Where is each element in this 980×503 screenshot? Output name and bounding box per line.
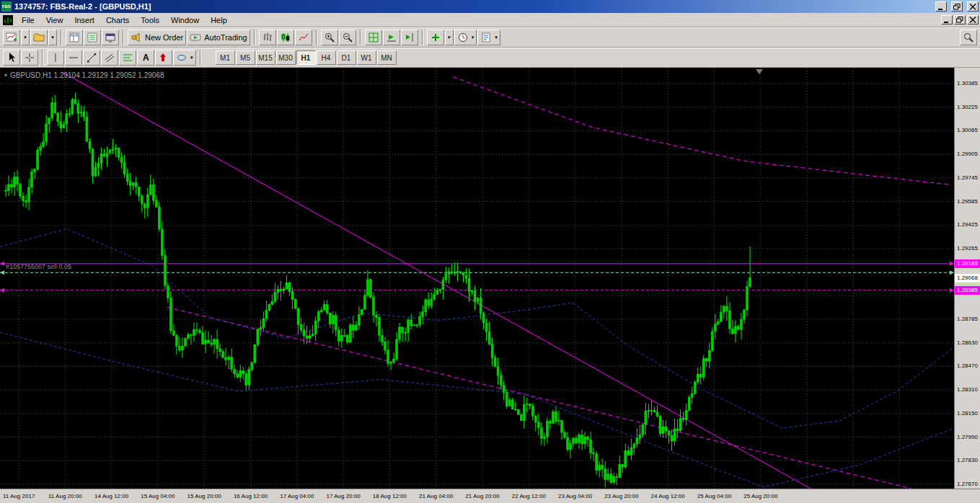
price-axis-label: 1.30065 <box>957 127 978 133</box>
price-tag: 1.29165 <box>955 259 980 268</box>
minimize-button[interactable] <box>935 1 947 12</box>
timeframe-button-h4[interactable]: H4 <box>317 50 336 65</box>
templates-button[interactable]: ▾ <box>477 30 500 45</box>
chevron-down-icon: ▾ <box>24 35 27 40</box>
shapes-button[interactable]: ▾ <box>173 50 196 66</box>
price-axis-label: 1.29585 <box>957 198 978 205</box>
price-axis-label: 1.28150 <box>957 410 978 417</box>
zoom-in-icon <box>324 32 335 43</box>
toolbar-standard: ▾ ▾ New Order AutoTrading <box>0 27 980 48</box>
price-tag: 1.28985 <box>955 286 980 295</box>
candlestick-chart-icon <box>280 32 291 43</box>
menu-item-help[interactable]: Help <box>205 14 233 27</box>
bar-chart-button[interactable] <box>259 30 276 45</box>
new-chart-dropdown[interactable]: ▾ <box>21 30 30 45</box>
price-axis-label: 1.30225 <box>957 104 978 110</box>
search-button[interactable] <box>960 30 977 45</box>
time-axis-label: 18 Aug 12:00 <box>373 493 407 499</box>
zoom-in-button[interactable] <box>321 30 338 45</box>
time-axis-label: 25 Aug 04:00 <box>697 493 731 499</box>
bar-chart-icon <box>262 32 273 43</box>
timeframe-button-m1[interactable]: M1 <box>216 50 235 65</box>
channel-button[interactable] <box>101 50 118 66</box>
channel-icon <box>104 52 115 63</box>
menu-item-charts[interactable]: Charts <box>100 14 135 27</box>
timeframe-button-mn[interactable]: MN <box>377 50 397 65</box>
fibonacci-button[interactable] <box>119 50 136 66</box>
profiles-dropdown[interactable]: ▾ <box>48 30 57 45</box>
price-axis-label: 1.27830 <box>957 457 978 463</box>
auto-scroll-button[interactable] <box>383 30 400 45</box>
templates-icon <box>480 32 492 43</box>
cursor-button[interactable] <box>3 50 20 66</box>
price-axis-label: 1.29425 <box>957 221 978 228</box>
toolbar-line-studies: A ▾ M1M5M15M30H1H4D1W1MN <box>0 48 980 68</box>
terminal-button[interactable] <box>102 30 119 45</box>
line-chart-icon <box>298 32 309 43</box>
cursor-arrow-icon <box>6 52 17 63</box>
indicators-dropdown[interactable]: ▾ <box>445 30 454 45</box>
new-order-horn-icon <box>131 32 142 43</box>
time-axis-label: 22 Aug 12:00 <box>512 493 546 499</box>
market-watch-button[interactable] <box>66 30 83 45</box>
autotrading-button[interactable]: AutoTrading <box>187 30 250 45</box>
child-close-button[interactable] <box>967 15 979 25</box>
autotrading-icon <box>190 32 201 43</box>
svg-text:A: A <box>143 53 149 63</box>
price-axis-label: 1.28785 <box>957 316 978 322</box>
new-order-button[interactable]: New Order <box>128 30 186 45</box>
chart-window-icon <box>3 15 13 25</box>
subwindow-collapse-icon[interactable]: ▾ <box>4 72 7 79</box>
menu-item-insert[interactable]: Insert <box>69 14 100 27</box>
menu-item-tools[interactable]: Tools <box>135 14 165 27</box>
price-scale[interactable]: 1.303851.302251.300651.299051.297451.295… <box>954 68 980 489</box>
timeframe-button-w1[interactable]: W1 <box>357 50 376 65</box>
candlestick-chart-plot[interactable] <box>0 68 954 489</box>
time-axis-label: 17 Aug 20:00 <box>327 493 361 499</box>
price-axis-label: 1.28470 <box>957 362 978 369</box>
navigator-button[interactable] <box>84 30 101 45</box>
price-axis-label: 1.28630 <box>957 339 978 346</box>
chevron-down-icon: ▾ <box>51 35 54 40</box>
menu-item-view[interactable]: View <box>40 14 69 27</box>
time-axis-label: 14 Aug 12:00 <box>94 493 128 499</box>
profiles-button[interactable] <box>30 30 48 45</box>
toolbar-separator <box>61 30 62 45</box>
timeframe-button-h1[interactable]: H1 <box>296 50 316 65</box>
time-axis-label: 11 Aug 20:00 <box>48 493 82 499</box>
menu-item-window[interactable]: Window <box>165 14 205 27</box>
chart-shift-button[interactable] <box>401 30 418 45</box>
timeframe-button-d1[interactable]: D1 <box>337 50 356 65</box>
menu-item-file[interactable]: File <box>16 14 40 27</box>
restore-icon <box>953 4 961 10</box>
periods-button[interactable]: ▾ <box>454 30 477 45</box>
time-scale[interactable]: 11 Aug 201711 Aug 20:0014 Aug 12:0015 Au… <box>0 489 980 503</box>
arrow-symbol-icon <box>158 52 169 63</box>
indicators-button[interactable] <box>427 30 444 45</box>
zoom-out-button[interactable] <box>339 30 356 45</box>
horizontal-line-button[interactable] <box>65 50 82 66</box>
trendline-icon <box>86 52 97 63</box>
timeframe-button-m5[interactable]: M5 <box>236 50 255 65</box>
crosshair-button[interactable] <box>21 50 38 66</box>
restore-button[interactable] <box>951 1 963 12</box>
tile-windows-button[interactable] <box>365 30 382 45</box>
profiles-folder-icon <box>33 32 45 43</box>
metatrader-window: FBS 1374757: FBS-Real-2 - [GBPUSD,H1] Fi… <box>0 0 980 503</box>
timeframe-buttons: M1M5M15M30H1H4D1W1MN <box>215 50 397 65</box>
timeframe-button-m15[interactable]: M15 <box>256 50 275 65</box>
candlestick-chart-button[interactable] <box>277 30 294 45</box>
timeframe-button-m30[interactable]: M30 <box>276 50 296 65</box>
trendline-button[interactable] <box>83 50 100 66</box>
time-axis-label: 23 Aug 20:00 <box>604 493 638 499</box>
child-restore-button[interactable] <box>954 15 966 25</box>
line-chart-button[interactable] <box>295 30 312 45</box>
text-button[interactable]: A <box>137 50 154 66</box>
vertical-line-button[interactable] <box>47 50 64 66</box>
close-button[interactable] <box>967 1 979 12</box>
fbs-logo-icon: FBS <box>1 1 12 12</box>
new-chart-button[interactable] <box>3 30 20 45</box>
child-minimize-button[interactable] <box>941 15 953 25</box>
arrows-button[interactable] <box>155 50 172 66</box>
terminal-icon <box>105 32 116 43</box>
